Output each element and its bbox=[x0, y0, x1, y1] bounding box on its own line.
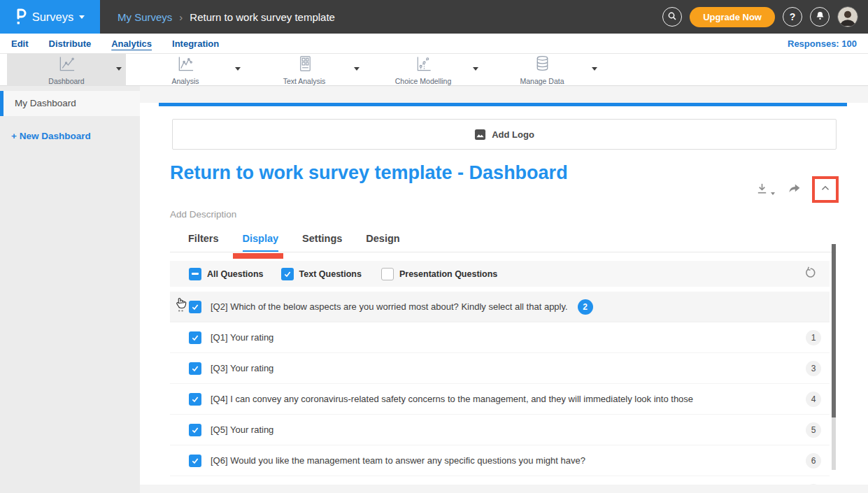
question-checkbox[interactable] bbox=[189, 455, 201, 467]
nav-integration[interactable]: Integration bbox=[172, 38, 219, 49]
list-scrollbar[interactable] bbox=[832, 244, 836, 470]
question-order-badge: 4 bbox=[806, 392, 821, 407]
upgrade-now-button[interactable]: Upgrade Now bbox=[690, 7, 775, 27]
tool-analysis[interactable]: Analysis bbox=[126, 54, 245, 86]
scatter-plot-icon bbox=[414, 55, 433, 76]
survey-nav: Edit Distribute Analytics Integration Re… bbox=[0, 34, 868, 54]
responses-count[interactable]: Responses: 100 bbox=[788, 38, 857, 49]
question-checkbox[interactable] bbox=[189, 362, 201, 375]
search-icon bbox=[667, 10, 678, 24]
question-text: [Q4] I can convey any coronavirus-relate… bbox=[211, 394, 693, 404]
nav-analytics[interactable]: Analytics bbox=[111, 38, 152, 49]
question-text: [Q3] Your rating bbox=[211, 363, 273, 373]
breadcrumb: My Surveys › Return to work survey templ… bbox=[118, 11, 335, 23]
app-switcher[interactable]: Surveys bbox=[0, 0, 100, 34]
question-text: [Q5] Your rating bbox=[211, 424, 273, 435]
checkbox-unchecked-icon[interactable] bbox=[381, 268, 394, 280]
nav-distribute[interactable]: Distribute bbox=[49, 38, 92, 49]
add-logo-label: Add Logo bbox=[492, 129, 534, 140]
notifications-button[interactable] bbox=[810, 7, 830, 27]
add-description-field[interactable]: Add Description bbox=[170, 209, 236, 220]
filter-presentation-questions[interactable]: Presentation Questions bbox=[381, 268, 497, 280]
new-dashboard-button[interactable]: + New Dashboard bbox=[0, 131, 140, 141]
filter-text-questions[interactable]: Text Questions bbox=[281, 268, 362, 280]
share-button[interactable] bbox=[787, 181, 802, 199]
chevron-down-icon[interactable] bbox=[473, 67, 478, 71]
sidebar-item-my-dashboard[interactable]: My Dashboard bbox=[0, 91, 140, 116]
question-order-badge: 7 bbox=[806, 484, 821, 485]
filter-label: Text Questions bbox=[299, 269, 362, 279]
question-text: [Q1] Your rating bbox=[211, 332, 273, 343]
question-order-badge: 5 bbox=[806, 422, 821, 438]
question-order-badge: 3 bbox=[806, 361, 821, 376]
breadcrumb-survey-title: Return to work survey template bbox=[190, 11, 335, 23]
download-icon bbox=[755, 182, 769, 198]
reset-order-button[interactable] bbox=[804, 266, 817, 283]
line-chart-icon bbox=[57, 55, 76, 76]
question-order-badge: 1 bbox=[806, 330, 821, 345]
drag-handle-icon[interactable] bbox=[178, 302, 184, 315]
question-checkbox[interactable] bbox=[189, 393, 201, 406]
checkbox-indeterminate-icon[interactable] bbox=[189, 268, 201, 280]
bell-icon bbox=[815, 10, 825, 23]
chevron-down-icon bbox=[771, 192, 775, 195]
question-order-badge: 6 bbox=[806, 453, 821, 469]
line-chart-dots-icon bbox=[176, 55, 195, 76]
help-button[interactable]: ? bbox=[783, 7, 802, 27]
dashboard-main: Add Logo Return to work survey template … bbox=[140, 86, 868, 493]
question-list: [Q2] Which of the below aspects are you … bbox=[170, 292, 830, 485]
avatar-photo bbox=[838, 7, 858, 27]
app-window: Surveys My Surveys › Return to work surv… bbox=[0, 0, 868, 493]
accent-rule bbox=[159, 103, 847, 106]
dashboard-tabs: Filters Display Settings Design bbox=[188, 233, 400, 252]
tab-settings[interactable]: Settings bbox=[302, 233, 342, 252]
filter-label: Presentation Questions bbox=[399, 269, 497, 279]
question-row-q6[interactable]: [Q6] Would you like the management team … bbox=[170, 445, 830, 476]
tabs-divider bbox=[170, 252, 837, 252]
scrollbar-thumb[interactable] bbox=[832, 244, 836, 417]
database-icon bbox=[533, 55, 552, 76]
top-bar: Surveys My Surveys › Return to work surv… bbox=[0, 0, 868, 34]
tool-dashboard[interactable]: Dashboard bbox=[7, 54, 126, 86]
tool-label: Dashboard bbox=[48, 77, 84, 85]
tool-label: Analysis bbox=[171, 77, 199, 85]
chevron-down-icon[interactable] bbox=[354, 67, 360, 71]
annotation-highlight-bar bbox=[233, 253, 283, 259]
search-button[interactable] bbox=[662, 7, 682, 27]
question-row-q2[interactable]: [Q2] Which of the below aspects are you … bbox=[170, 292, 830, 322]
nav-edit[interactable]: Edit bbox=[11, 38, 29, 49]
filter-label: All Questions bbox=[207, 269, 264, 279]
filter-all-questions[interactable]: All Questions bbox=[189, 268, 264, 280]
tool-manage-data[interactable]: Manage Data bbox=[483, 54, 602, 86]
question-text: [Q6] Would you like the management team … bbox=[211, 455, 585, 466]
question-checkbox[interactable] bbox=[189, 424, 201, 436]
tool-text-analysis[interactable]: Text Analysis bbox=[245, 54, 364, 86]
tab-filters[interactable]: Filters bbox=[188, 233, 219, 252]
chevron-down-icon[interactable] bbox=[116, 67, 122, 71]
question-row-q4[interactable]: [Q4] I can convey any coronavirus-relate… bbox=[170, 384, 830, 415]
add-logo-button[interactable]: Add Logo bbox=[172, 119, 837, 150]
question-row-q5[interactable]: [Q5] Your rating 5 bbox=[170, 415, 830, 445]
collapse-header-button[interactable] bbox=[812, 176, 839, 203]
app-name: Surveys bbox=[32, 10, 74, 24]
tool-label: Text Analysis bbox=[283, 77, 326, 85]
checkbox-checked-icon[interactable] bbox=[281, 268, 294, 280]
chevron-up-icon bbox=[819, 182, 832, 197]
question-checkbox[interactable] bbox=[189, 301, 201, 313]
question-row-q7[interactable]: [Q7] Your rating 7 bbox=[170, 476, 830, 485]
tool-choice-modelling[interactable]: Choice Modelling bbox=[364, 54, 483, 86]
question-checkbox[interactable] bbox=[189, 331, 201, 344]
user-avatar[interactable] bbox=[837, 6, 858, 27]
dashboard-panel: Add Logo Return to work survey template … bbox=[140, 103, 868, 485]
question-mark-icon: ? bbox=[790, 11, 796, 22]
question-row-q3[interactable]: [Q3] Your rating 3 bbox=[170, 353, 830, 384]
chevron-down-icon[interactable] bbox=[235, 67, 241, 71]
tab-display[interactable]: Display bbox=[243, 233, 279, 252]
download-button[interactable] bbox=[755, 182, 775, 198]
tab-design[interactable]: Design bbox=[366, 233, 399, 252]
chevron-down-icon[interactable] bbox=[592, 67, 597, 71]
question-row-q1[interactable]: [Q1] Your rating 1 bbox=[170, 322, 830, 353]
breadcrumb-my-surveys[interactable]: My Surveys bbox=[118, 11, 172, 23]
dashboard-sidebar: My Dashboard + New Dashboard bbox=[0, 86, 140, 493]
dashboard-title[interactable]: Return to work survey template - Dashboa… bbox=[170, 162, 568, 184]
